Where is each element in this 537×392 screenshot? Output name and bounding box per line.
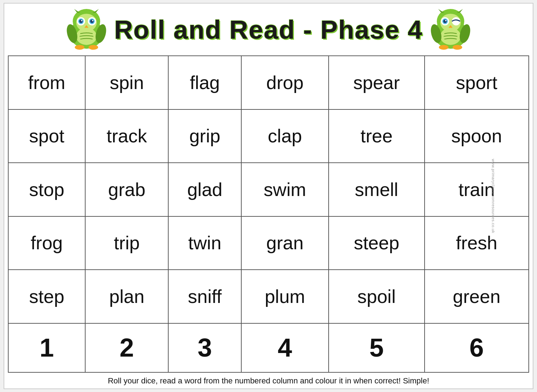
table-cell: grab — [85, 163, 169, 216]
table-cell: spin — [85, 56, 169, 109]
table-cell: smell — [329, 163, 425, 216]
svg-point-31 — [439, 45, 449, 50]
svg-point-10 — [90, 20, 94, 23]
table-cell: 3 — [168, 323, 241, 372]
svg-point-9 — [79, 20, 83, 23]
svg-point-26 — [443, 20, 447, 23]
footer-text: Roll your dice, read a word from the num… — [4, 373, 533, 388]
owl-right — [430, 9, 471, 50]
table-cell: 6 — [425, 323, 529, 372]
table-row: stepplansniffplumspoilgreen — [8, 270, 529, 323]
table-cell: grip — [168, 109, 241, 163]
table-cell: from — [8, 56, 85, 109]
table-cell: clap — [241, 109, 329, 163]
word-table: fromspinflagdropspearsportspottrackgripc… — [8, 55, 529, 373]
table-cell: frog — [8, 216, 85, 270]
table-cell: spear — [329, 56, 425, 109]
table-cell: train — [425, 163, 529, 216]
table-cell: 2 — [85, 323, 169, 372]
svg-point-32 — [453, 45, 462, 50]
table-cell: plum — [241, 270, 329, 323]
table-row: frogtriptwingransteepfresh — [8, 216, 529, 270]
table-row: stopgrabgladswimsmelltrain — [8, 163, 529, 216]
table-cell: tree — [329, 109, 425, 163]
table-cell: steep — [329, 216, 425, 270]
table-cell: spoon — [425, 109, 529, 163]
table-cell: step — [8, 270, 85, 323]
svg-point-11 — [81, 20, 82, 21]
table-cell: track — [85, 109, 169, 163]
table-cell: drop — [241, 56, 329, 109]
table-cell: glad — [168, 163, 241, 216]
svg-point-28 — [452, 17, 460, 25]
svg-point-12 — [92, 20, 93, 21]
table-cell: flag — [168, 56, 241, 109]
table-cell: green — [425, 270, 529, 323]
svg-point-14 — [76, 28, 97, 45]
svg-point-16 — [88, 45, 98, 50]
svg-point-27 — [445, 20, 446, 21]
table-cell: sniff — [168, 270, 241, 323]
svg-point-30 — [440, 28, 461, 45]
table-cell: spoil — [329, 270, 425, 323]
header: Roll and Read - Phase 4 — [4, 4, 533, 55]
table-cell: spot — [8, 109, 85, 163]
table-cell: trip — [85, 216, 169, 270]
svg-point-15 — [75, 45, 84, 50]
table-cell: 5 — [329, 323, 425, 372]
table-cell: sport — [425, 56, 529, 109]
watermark: www.primaryclassroomresources.co.uk — [491, 159, 495, 233]
table-cell: swim — [241, 163, 329, 216]
grid-container: fromspinflagdropspearsportspottrackgripc… — [4, 55, 533, 373]
table-cell: gran — [241, 216, 329, 270]
page-title: Roll and Read - Phase 4 — [107, 17, 430, 43]
table-row: 123456 — [8, 323, 529, 372]
table-cell: twin — [168, 216, 241, 270]
table-cell: fresh — [425, 216, 529, 270]
table-row: fromspinflagdropspearsport — [8, 56, 529, 109]
table-cell: plan — [85, 270, 169, 323]
table-cell: 1 — [8, 323, 85, 372]
owl-left — [66, 9, 107, 50]
table-cell: 4 — [241, 323, 329, 372]
table-cell: stop — [8, 163, 85, 216]
table-row: spottrackgripclaptreespoon — [8, 109, 529, 163]
page-wrapper: Roll and Read - Phase 4 — [4, 3, 533, 389]
